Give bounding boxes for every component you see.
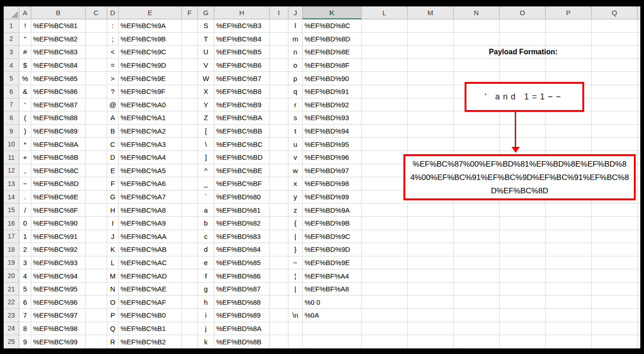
cell-E17[interactable]: %EF%BC%AA (119, 230, 182, 244)
cell-N20[interactable] (454, 269, 500, 283)
cell-H20[interactable]: %EF%BD%86 (214, 269, 270, 283)
row-header-5[interactable]: 5 (4, 72, 19, 85)
cell-Q24[interactable] (592, 322, 638, 336)
cell-E25[interactable]: %EF%BC%B2 (119, 335, 182, 348)
cell-E12[interactable]: %EF%BC%A5 (119, 164, 182, 178)
cell-L6[interactable] (362, 85, 408, 99)
cell-Q21[interactable] (592, 283, 638, 296)
cell-J3[interactable]: n (288, 46, 303, 59)
row-header-6[interactable]: 6 (4, 85, 19, 99)
cell-L13[interactable] (362, 177, 408, 191)
cell-M20[interactable] (408, 269, 454, 283)
cell-I3[interactable] (270, 46, 288, 59)
cell-D3[interactable]: < (107, 46, 119, 59)
cell-L23[interactable] (362, 309, 408, 322)
cell-Q18[interactable] (592, 243, 638, 256)
cell-L5[interactable] (362, 72, 408, 85)
cell-A22[interactable]: 6 (19, 296, 31, 309)
cell-E5[interactable]: %EF%BC%9E (119, 72, 182, 85)
cell-K6[interactable]: %EF%BD%91 (303, 85, 362, 99)
cell-C12[interactable] (86, 164, 107, 178)
cell-D2[interactable]: ; (107, 33, 119, 46)
cell-H16[interactable]: %EF%BD%82 (214, 217, 270, 230)
cell-B19[interactable]: %EF%BC%93 (31, 256, 86, 270)
cell-O25[interactable] (500, 335, 546, 348)
cell-K17[interactable]: %EF%BD%9C (303, 230, 362, 244)
cell-J5[interactable]: p (288, 72, 303, 85)
cell-Q14[interactable] (592, 191, 638, 204)
cell-G20[interactable]: f (198, 269, 214, 283)
cell-P4[interactable] (546, 59, 592, 72)
cell-M3[interactable] (408, 46, 454, 59)
cell-E20[interactable]: %EF%BC%AD (119, 269, 182, 283)
cell-N17[interactable] (454, 230, 500, 244)
cell-E14[interactable]: %EF%BC%A7 (119, 191, 182, 204)
cell-P11[interactable] (546, 151, 592, 164)
cell-K22[interactable]: %0 0 (303, 296, 362, 309)
cell-F19[interactable] (182, 256, 198, 270)
cell-L16[interactable] (362, 217, 408, 230)
cell-B12[interactable]: %EF%BC%8C (31, 164, 86, 178)
cell-C24[interactable] (86, 322, 107, 336)
cell-B1[interactable]: %EF%BC%81 (31, 19, 86, 33)
cell-D25[interactable]: R (107, 335, 119, 348)
cell-M5[interactable] (408, 72, 454, 85)
cell-P16[interactable] (546, 217, 592, 230)
cell-G15[interactable]: a (198, 203, 214, 217)
cell-F15[interactable] (182, 203, 198, 217)
cell-A2[interactable]: " (19, 33, 31, 46)
cell-B25[interactable]: %EF%BC%99 (31, 335, 86, 348)
row-header-24[interactable]: 24 (4, 322, 19, 336)
row-header-18[interactable]: 18 (4, 243, 19, 256)
cell-O1[interactable] (500, 19, 546, 33)
cell-A4[interactable]: $ (19, 59, 31, 72)
row-header-13[interactable]: 13 (4, 177, 19, 191)
cell-J17[interactable]: | (288, 230, 303, 244)
cell-D12[interactable]: E (107, 164, 119, 178)
cell-F7[interactable] (182, 99, 198, 112)
cell-I14[interactable] (270, 191, 288, 204)
cell-J23[interactable]: \n (288, 309, 303, 322)
cell-Q9[interactable] (592, 125, 638, 138)
cell-K25[interactable] (303, 335, 362, 348)
cell-A11[interactable]: + (19, 151, 31, 164)
cell-N7[interactable] (454, 99, 500, 112)
cell-H10[interactable]: %EF%BC%BC (214, 138, 270, 151)
cell-F17[interactable] (182, 230, 198, 244)
cell-E6[interactable]: %EF%BC%9F (119, 85, 182, 99)
cell-K13[interactable]: %EF%BD%98 (303, 177, 362, 191)
cell-J2[interactable]: m (288, 33, 303, 46)
cell-M25[interactable] (408, 335, 454, 348)
cell-G1[interactable]: S (198, 19, 214, 33)
cell-K21[interactable]: %EF%BF%A8 (303, 283, 362, 296)
cell-A18[interactable]: 2 (19, 243, 31, 256)
cell-M1[interactable] (408, 19, 454, 33)
cell-N19[interactable] (454, 256, 500, 270)
cell-G14[interactable]: ` (198, 191, 214, 204)
cell-H8[interactable]: %EF%BC%BA (214, 111, 270, 125)
cell-P25[interactable] (546, 335, 592, 348)
cell-Q16[interactable] (592, 217, 638, 230)
cell-M2[interactable] (408, 33, 454, 46)
cell-N11[interactable] (454, 151, 500, 164)
column-header-M[interactable]: M (408, 6, 454, 19)
cell-L8[interactable] (362, 111, 408, 125)
cell-Q19[interactable] (592, 256, 638, 270)
cell-M4[interactable] (408, 59, 454, 72)
cell-L2[interactable] (362, 33, 408, 46)
cell-N25[interactable] (454, 335, 500, 348)
cell-B23[interactable]: %EF%BC%97 (31, 309, 86, 322)
cell-A23[interactable]: 7 (19, 309, 31, 322)
column-header-D[interactable]: D (107, 6, 119, 19)
cell-L24[interactable] (362, 322, 408, 336)
cell-Q17[interactable] (592, 230, 638, 244)
cell-C5[interactable] (86, 72, 107, 85)
cell-Q10[interactable] (592, 138, 638, 151)
cell-E21[interactable]: %EF%BC%AE (119, 283, 182, 296)
cell-N6[interactable] (454, 85, 500, 99)
cell-I1[interactable] (270, 19, 288, 33)
cell-F11[interactable] (182, 151, 198, 164)
cell-B13[interactable]: %EF%BC%8D (31, 177, 86, 191)
cell-K19[interactable]: %EF%BD%9E (303, 256, 362, 270)
cell-A24[interactable]: 8 (19, 322, 31, 336)
